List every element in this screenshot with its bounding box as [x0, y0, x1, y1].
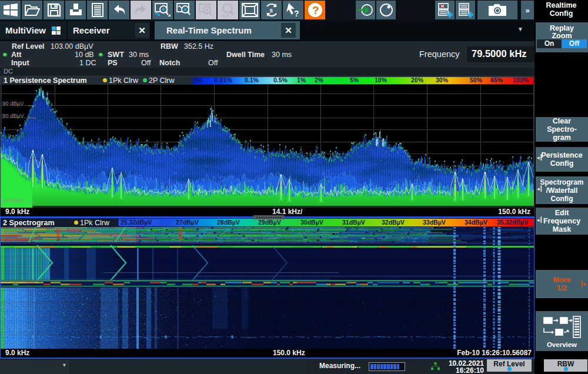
svg-text:80 dBµV: 80 dBµV [2, 112, 24, 119]
svg-text:?: ? [294, 9, 299, 18]
svg-text:10 dBµV: 10 dBµV [2, 196, 24, 203]
svg-text:1:1: 1:1 [222, 13, 229, 18]
svg-text:90 dBµV: 90 dBµV [2, 100, 24, 106]
svg-text:?: ? [312, 4, 319, 16]
svg-text:s: s [269, 7, 273, 14]
